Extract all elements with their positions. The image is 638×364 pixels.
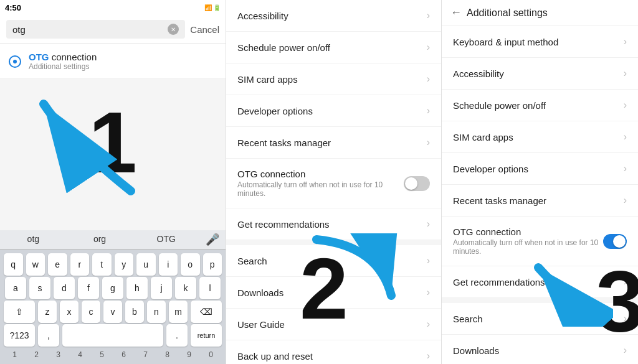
key-backspace[interactable]: ⌫	[191, 301, 222, 323]
key-s[interactable]: s	[29, 277, 50, 299]
num-3: 3	[47, 349, 69, 360]
key-m[interactable]: m	[169, 301, 188, 323]
num-7: 7	[135, 349, 156, 360]
key-n[interactable]: n	[147, 301, 166, 323]
search-result-item[interactable]: OTG connection Additional settings	[0, 44, 226, 79]
number-row: 1 2 3 4 5 6 7 8 9 0	[1, 348, 224, 362]
settings-item-label: OTG connection	[453, 226, 603, 237]
num-8: 8	[156, 349, 178, 360]
settings-item-developer[interactable]: Developer options ›	[226, 95, 441, 127]
settings-item-content: Accessibility	[237, 11, 288, 21]
settings-item-schedule-p3[interactable]: Schedule power on/off ›	[442, 90, 638, 121]
key-g[interactable]: g	[102, 277, 123, 299]
settings-item-backup[interactable]: Back up and reset ›	[226, 340, 441, 364]
key-x[interactable]: x	[60, 301, 79, 323]
keyboard[interactable]: q w e r t y u i o p a s d f g h j k l ⇧ …	[0, 250, 226, 364]
chevron-icon: ›	[624, 100, 627, 111]
chevron-icon: ›	[427, 42, 430, 53]
panel-search: 4:50 📶 🔋 otg ✕ Cancel OTG connection Add…	[0, 0, 226, 364]
key-h[interactable]: h	[126, 277, 148, 299]
settings-item-label: Back up and reset	[237, 351, 313, 362]
step-number-2: 2	[300, 238, 348, 339]
result-text: OTG connection Additional settings	[29, 52, 97, 71]
key-t[interactable]: t	[92, 253, 112, 276]
suggestion-otg-upper[interactable]: OTG	[133, 233, 199, 246]
status-bar: 4:50 📶 🔋	[0, 0, 226, 15]
settings-item-accessibility[interactable]: Accessibility ›	[226, 0, 441, 32]
key-f[interactable]: f	[78, 277, 99, 299]
key-space[interactable]	[62, 324, 163, 347]
result-icon	[9, 55, 21, 68]
settings-item-label: User Guide	[237, 319, 285, 330]
key-a[interactable]: a	[5, 277, 26, 299]
key-q[interactable]: q	[4, 253, 23, 276]
settings-item-label: Get recommendations	[453, 277, 545, 287]
settings-item-recent-tasks[interactable]: Recent tasks manager ›	[226, 127, 441, 159]
chevron-icon: ›	[624, 68, 627, 79]
search-bar[interactable]: otg ✕ Cancel	[0, 15, 226, 44]
key-w[interactable]: w	[26, 253, 45, 276]
settings-item-sim-apps[interactable]: SIM card apps ›	[226, 63, 441, 95]
key-j[interactable]: j	[151, 277, 172, 299]
key-i[interactable]: i	[159, 253, 178, 276]
settings-item-accessibility-p3[interactable]: Accessibility ›	[442, 58, 638, 90]
chevron-icon: ›	[427, 105, 430, 116]
cancel-button[interactable]: Cancel	[190, 24, 219, 35]
key-v[interactable]: v	[103, 301, 122, 323]
key-b[interactable]: b	[125, 301, 144, 323]
search-text: otg	[12, 24, 26, 35]
settings-item-sublabel: Automatically turn off when not in use f…	[453, 238, 603, 256]
settings-item-otg[interactable]: OTG connection Automatically turn off wh…	[226, 159, 441, 208]
key-r[interactable]: r	[70, 253, 90, 276]
num-1: 1	[4, 349, 26, 360]
num-5: 5	[91, 349, 113, 360]
key-e[interactable]: e	[48, 253, 67, 276]
chevron-icon: ›	[427, 319, 430, 330]
settings-item-sim-p3[interactable]: SIM card apps ›	[442, 121, 638, 153]
settings-item-sublabel: Automatically turn off when not in use f…	[237, 180, 404, 198]
settings-item-label: Schedule power on/off	[453, 100, 546, 111]
mic-icon[interactable]: 🎤	[199, 233, 226, 246]
settings-item-recommendations[interactable]: Get recommendations ›	[226, 208, 441, 240]
settings-item-label: Recent tasks manager	[237, 138, 331, 148]
clear-button[interactable]: ✕	[168, 24, 179, 35]
settings-item-schedule-power[interactable]: Schedule power on/off ›	[226, 32, 441, 63]
key-u[interactable]: u	[136, 253, 156, 276]
suggestion-otg[interactable]: otg	[0, 233, 67, 246]
settings-item-label: Recent tasks manager	[453, 195, 546, 206]
key-l[interactable]: l	[199, 277, 221, 299]
settings-item-label: Downloads	[453, 345, 499, 356]
search-input-box[interactable]: otg ✕	[6, 20, 185, 39]
wifi-icon: 📶	[204, 4, 212, 11]
panel-settings-list: Accessibility › Schedule power on/off › …	[226, 0, 441, 364]
chevron-icon: ›	[427, 350, 430, 362]
otg-toggle-on[interactable]	[603, 234, 627, 249]
settings-item-label: Developer options	[237, 106, 313, 116]
keyboard-suggestions: otg org OTG 🎤	[0, 230, 226, 250]
key-c[interactable]: c	[82, 301, 100, 323]
key-123[interactable]: ?123	[4, 324, 35, 347]
result-subtitle: Additional settings	[29, 62, 97, 71]
key-comma[interactable]: ,	[38, 324, 59, 347]
key-p[interactable]: p	[203, 253, 222, 276]
settings-item-label: Get recommendations	[237, 219, 330, 230]
key-shift[interactable]: ⇧	[4, 301, 35, 323]
settings-item-recent-p3[interactable]: Recent tasks manager ›	[442, 185, 638, 217]
settings-item-label: Keyboard & input method	[453, 37, 558, 47]
key-y[interactable]: y	[115, 253, 134, 276]
key-d[interactable]: d	[54, 277, 75, 299]
key-return[interactable]: return	[191, 324, 222, 347]
otg-toggle[interactable]	[404, 176, 430, 191]
back-arrow-icon[interactable]: ←	[450, 6, 462, 19]
chevron-icon: ›	[624, 195, 627, 206]
key-o[interactable]: o	[181, 253, 200, 276]
settings-item-label: Search	[237, 256, 267, 266]
key-period[interactable]: .	[166, 324, 188, 347]
key-z[interactable]: z	[38, 301, 57, 323]
key-k[interactable]: k	[175, 277, 196, 299]
settings-item-keyboard[interactable]: Keyboard & input method ›	[442, 26, 638, 58]
settings-item-developer-p3[interactable]: Developer options ›	[442, 153, 638, 185]
suggestion-org[interactable]: org	[67, 233, 133, 246]
status-icons: 📶 🔋	[204, 4, 221, 11]
panel-settings-detail: ← Additional settings Keyboard & input m…	[441, 0, 638, 364]
